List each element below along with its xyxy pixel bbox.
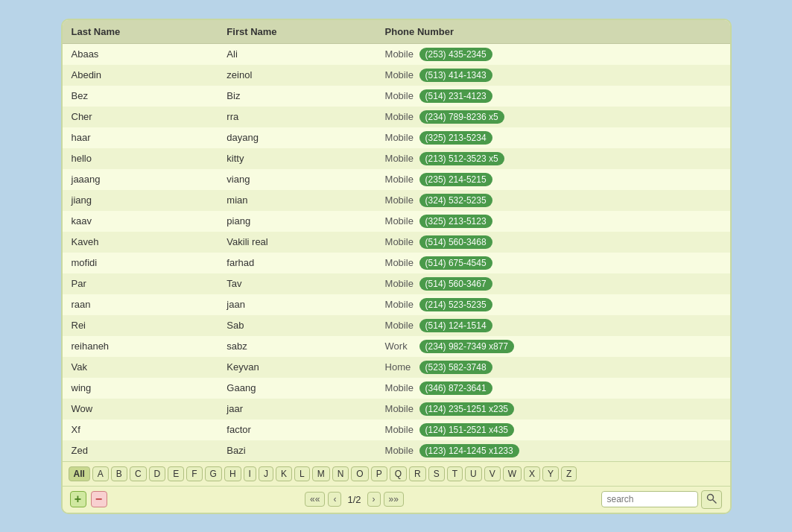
- svg-point-0: [708, 494, 714, 500]
- cell-first-name: jaar: [218, 399, 376, 419]
- alpha-button-k[interactable]: K: [276, 466, 292, 481]
- search-button[interactable]: [701, 490, 722, 509]
- phone-type-label: Mobile: [385, 174, 415, 185]
- alpha-button-h[interactable]: H: [224, 466, 241, 481]
- col-last-name: Last Name: [63, 20, 218, 44]
- table-row[interactable]: KavehVakili realMobile(514) 560-3468: [63, 232, 730, 253]
- alpha-button-y[interactable]: Y: [542, 466, 559, 481]
- search-input[interactable]: [601, 491, 698, 507]
- table-row[interactable]: AbaasAliMobile(253) 435-2345: [63, 43, 730, 65]
- cell-last-name: Vak: [63, 357, 218, 378]
- remove-button[interactable]: −: [91, 491, 107, 507]
- alpha-button-z[interactable]: Z: [561, 466, 577, 481]
- table-row[interactable]: XffactorMobile(124) 151-2521 x435: [63, 419, 730, 440]
- cell-last-name: Kaveh: [63, 232, 218, 253]
- phone-type-label: Mobile: [385, 278, 415, 289]
- phone-number-badge: (324) 532-5235: [419, 194, 492, 207]
- phone-number-badge: (514) 124-1514: [419, 319, 492, 332]
- table-row[interactable]: jiangmianMobile(324) 532-5235: [63, 190, 730, 211]
- cell-phone: Home(523) 582-3748: [376, 357, 730, 378]
- alpha-button-d[interactable]: D: [149, 466, 166, 481]
- prev-page-button[interactable]: ‹: [328, 492, 341, 507]
- table-row[interactable]: kaavpiangMobile(325) 213-5123: [63, 211, 730, 232]
- contacts-table: Last Name First Name Phone Number AbaasA…: [63, 20, 730, 461]
- cell-phone: Mobile(514) 231-4123: [376, 86, 730, 107]
- cell-last-name: Rei: [63, 315, 218, 336]
- alpha-button-c[interactable]: C: [130, 466, 147, 481]
- phone-type-label: Mobile: [385, 132, 415, 143]
- alpha-button-g[interactable]: G: [205, 466, 222, 481]
- alpha-button-r[interactable]: R: [409, 466, 426, 481]
- alpha-button-b[interactable]: B: [111, 466, 127, 481]
- alpha-button-i[interactable]: I: [244, 466, 256, 481]
- first-page-button[interactable]: ««: [305, 492, 325, 507]
- alpha-button-n[interactable]: N: [332, 466, 349, 481]
- table-row[interactable]: CherrraMobile(234) 789-8236 x5: [63, 107, 730, 127]
- table-row[interactable]: VakKeyvanHome(523) 582-3748: [63, 357, 730, 378]
- cell-first-name: Vakili real: [218, 232, 376, 253]
- cell-phone: Mobile(514) 675-4545: [376, 253, 730, 273]
- table-row[interactable]: ParTavMobile(514) 560-3467: [63, 273, 730, 294]
- table-row[interactable]: wingGaangMobile(346) 872-3641: [63, 378, 730, 399]
- cell-first-name: dayang: [218, 127, 376, 148]
- alpha-button-s[interactable]: S: [428, 466, 445, 481]
- alpha-button-t[interactable]: T: [447, 466, 463, 481]
- add-button[interactable]: +: [70, 491, 86, 507]
- cell-first-name: kitty: [218, 148, 376, 169]
- phone-number-badge: (513) 414-1343: [419, 69, 492, 82]
- table-row[interactable]: reihanehsabzWork(234) 982-7349 x877: [63, 336, 730, 357]
- alpha-button-q[interactable]: Q: [390, 466, 407, 481]
- alpha-button-x[interactable]: X: [524, 466, 540, 481]
- phone-number-badge: (235) 214-5215: [419, 173, 492, 186]
- phone-type-label: Mobile: [385, 90, 415, 101]
- alpha-button-o[interactable]: O: [351, 466, 368, 481]
- table-row[interactable]: jaaangviangMobile(235) 214-5215: [63, 169, 730, 190]
- table-row[interactable]: WowjaarMobile(124) 235-1251 x235: [63, 399, 730, 419]
- alpha-button-w[interactable]: W: [503, 466, 522, 481]
- alpha-button-l[interactable]: L: [294, 466, 310, 481]
- cell-first-name: Ali: [218, 43, 376, 65]
- phone-number-badge: (213) 512-3523 x5: [419, 152, 504, 165]
- cell-first-name: factor: [218, 419, 376, 440]
- phone-number-badge: (214) 523-5235: [419, 298, 492, 311]
- cell-last-name: Zed: [63, 440, 218, 461]
- phone-type-label: Mobile: [385, 445, 415, 456]
- alpha-button-m[interactable]: M: [312, 466, 330, 481]
- alpha-button-v[interactable]: V: [484, 466, 501, 481]
- alpha-button-u[interactable]: U: [465, 466, 482, 481]
- cell-first-name: farhad: [218, 253, 376, 273]
- table-row[interactable]: BezBizMobile(514) 231-4123: [63, 86, 730, 107]
- table-row[interactable]: ZedBaziMobile(123) 124-1245 x1233: [63, 440, 730, 461]
- table-row[interactable]: raanjaanMobile(214) 523-5235: [63, 294, 730, 315]
- table-row[interactable]: AbedinzeinolMobile(513) 414-1343: [63, 65, 730, 86]
- cell-last-name: kaav: [63, 211, 218, 232]
- table-row[interactable]: mofidifarhadMobile(514) 675-4545: [63, 253, 730, 273]
- table-row[interactable]: haardayangMobile(325) 213-5234: [63, 127, 730, 148]
- cell-phone: Mobile(214) 523-5235: [376, 294, 730, 315]
- cell-first-name: rra: [218, 107, 376, 127]
- cell-last-name: haar: [63, 127, 218, 148]
- last-page-button[interactable]: »»: [384, 492, 404, 507]
- cell-last-name: Bez: [63, 86, 218, 107]
- phone-number-badge: (234) 982-7349 x877: [419, 340, 514, 353]
- cell-phone: Mobile(325) 213-5123: [376, 211, 730, 232]
- cell-last-name: reihaneh: [63, 336, 218, 357]
- cell-last-name: Abaas: [63, 43, 218, 65]
- alpha-button-f[interactable]: F: [186, 466, 202, 481]
- table-row[interactable]: hellokittyMobile(213) 512-3523 x5: [63, 148, 730, 169]
- cell-first-name: zeinol: [218, 65, 376, 86]
- cell-first-name: sabz: [218, 336, 376, 357]
- table-wrapper: Last Name First Name Phone Number AbaasA…: [63, 20, 730, 461]
- next-page-button[interactable]: ›: [367, 492, 381, 507]
- alpha-button-a[interactable]: A: [92, 466, 109, 481]
- table-row[interactable]: ReiSabMobile(514) 124-1514: [63, 315, 730, 336]
- cell-last-name: mofidi: [63, 253, 218, 273]
- alpha-button-p[interactable]: P: [371, 466, 387, 481]
- phone-type-label: Mobile: [385, 382, 415, 393]
- alpha-button-all[interactable]: All: [69, 466, 90, 481]
- cell-phone: Mobile(346) 872-3641: [376, 378, 730, 399]
- cell-phone: Mobile(253) 435-2345: [376, 43, 730, 65]
- alpha-button-e[interactable]: E: [168, 466, 184, 481]
- alpha-button-j[interactable]: J: [259, 466, 273, 481]
- cell-last-name: hello: [63, 148, 218, 169]
